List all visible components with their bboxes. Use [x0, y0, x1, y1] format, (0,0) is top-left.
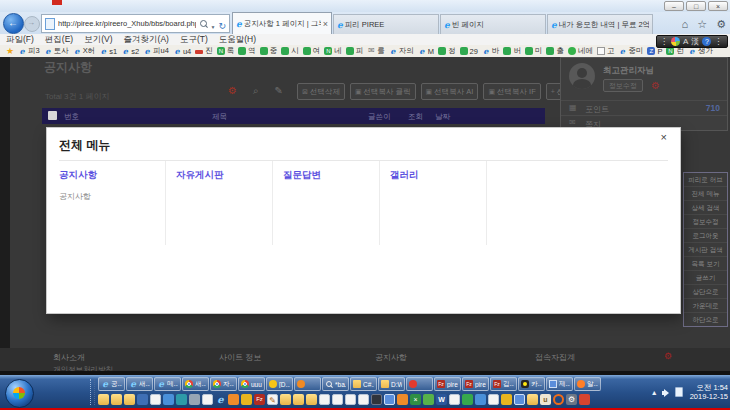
taskbar-button[interactable]: C#... [350, 377, 377, 391]
url-text[interactable]: http://piree.kr/pireero_Xhub/bbs/board.p… [58, 19, 196, 28]
taskbar-button[interactable]: e공... [98, 377, 125, 391]
favorite-item[interactable]: 29 [460, 47, 478, 56]
red-quick-icon[interactable] [579, 394, 590, 405]
menubar-item[interactable]: 파일(F) [6, 34, 34, 46]
hanja-icon[interactable]: 漢 [691, 36, 699, 47]
win-quick-icon[interactable] [514, 394, 525, 405]
u-quick-icon[interactable]: u [540, 394, 551, 405]
favorite-item[interactable]: e중미 [618, 46, 643, 56]
favorite-item[interactable]: 미 [525, 46, 543, 56]
modal-close-icon[interactable]: × [655, 130, 673, 144]
folder-open-quick-icon[interactable] [98, 394, 109, 405]
doc-quick-icon[interactable] [319, 394, 330, 405]
doc-quick-icon[interactable] [332, 394, 343, 405]
favorite-item[interactable]: es1 [99, 47, 117, 56]
favorite-item[interactable]: 고 [597, 46, 615, 56]
blue-quick-icon[interactable] [475, 394, 486, 405]
favorite-item[interactable]: 여 [303, 46, 321, 56]
menubar-item[interactable]: 즐겨찾기(A) [124, 34, 169, 46]
taskbar-button[interactable]: 새... [182, 377, 209, 391]
ime-language-bar[interactable]: ⋮A漢?⋮ [656, 35, 728, 48]
greenx-quick-icon[interactable]: × [410, 394, 421, 405]
edit-info-button[interactable]: 정보수정 [603, 79, 643, 92]
doc-quick-icon[interactable] [358, 394, 369, 405]
favorite-item[interactable]: 진 [195, 46, 213, 56]
gear-quick-icon[interactable]: ⚙ [566, 394, 577, 405]
menubar-item[interactable]: 보기(V) [84, 34, 112, 46]
show-hidden-icons-arrow[interactable]: ▲ [651, 389, 658, 396]
taskbar-button[interactable]: 제... [546, 377, 573, 391]
settings-gear-icon[interactable] [716, 17, 726, 31]
favorite-item[interactable]: 중 [260, 46, 278, 56]
quick-menu-item[interactable]: 정보수정 [684, 215, 727, 229]
minimize-button[interactable]: – [664, 1, 684, 11]
footer-link[interactable]: 공지사항 [375, 352, 407, 363]
teal-quick-icon[interactable] [176, 394, 187, 405]
puzzle-quick-icon[interactable] [423, 394, 434, 405]
gold-quick-icon[interactable] [241, 394, 252, 405]
folder-quick-icon[interactable] [280, 394, 291, 405]
quick-menu-item[interactable]: 글쓰기 [684, 271, 727, 285]
orange-quick-icon[interactable] [397, 394, 408, 405]
favorite-item[interactable]: 버 [503, 46, 521, 56]
doc-quick-icon[interactable] [345, 394, 356, 405]
taskbar-button[interactable]: *ba... [322, 377, 349, 391]
help-icon[interactable]: ? [702, 37, 711, 46]
folder-quick-icon[interactable] [306, 394, 317, 405]
quick-menu-item[interactable]: 목록 보기 [684, 257, 727, 271]
doc-quick-icon[interactable] [150, 394, 161, 405]
taskbar-button[interactable] [406, 377, 433, 391]
favorite-item[interactable]: es2 [121, 47, 139, 56]
quick-menu-item[interactable]: 피리로 허브 [684, 173, 727, 187]
taskbar-button[interactable]: Fzpire... [462, 377, 489, 391]
menubar-item[interactable]: 도움말(H) [219, 34, 256, 46]
footer-admin-icon[interactable]: ⚙ [664, 351, 672, 361]
refresh-icon[interactable] [218, 15, 226, 33]
folder-quick-icon[interactable] [111, 394, 122, 405]
browser-tab[interactable]: e피리 PIREE [333, 14, 439, 34]
folder-quick-icon[interactable] [293, 394, 304, 405]
menu-column-title[interactable]: 질문답변 [283, 169, 379, 182]
profile-gear-icon[interactable]: ⚙ [651, 80, 660, 91]
favorite-item[interactable]: 네메 [568, 46, 593, 56]
folder-quick-icon[interactable] [124, 394, 135, 405]
quick-menu-item[interactable]: 상단으로 [684, 285, 727, 299]
taskbar-button[interactable]: D:W... [378, 377, 405, 391]
favorite-item[interactable]: eX허 [73, 46, 96, 56]
favorite-item[interactable]: e바 [482, 46, 500, 56]
favorite-item[interactable]: ✉를 [367, 46, 385, 56]
forward-button[interactable] [24, 16, 40, 32]
pencil-quick-icon[interactable]: ✎ [267, 394, 278, 405]
favorite-item[interactable]: e피u4 [143, 46, 169, 56]
options-icon[interactable]: ⋮ [714, 36, 722, 47]
browser-tab[interactable]: e내가 응모한 내역 | 무료 2억이... [547, 14, 653, 34]
favorite-item[interactable]: 역 [238, 46, 256, 56]
english-mode-icon[interactable]: A [683, 36, 688, 47]
word-quick-icon[interactable]: W [436, 394, 447, 405]
quick-menu-item[interactable]: 상세 검색 [684, 201, 727, 215]
favorite-item[interactable]: eu4 [173, 47, 191, 56]
quick-menu-item[interactable]: 전체 메뉴 [684, 187, 727, 201]
orangering-quick-icon[interactable] [553, 394, 564, 405]
browser-tab[interactable]: e공지사항 1 페이지 | 그누보...× [232, 12, 332, 34]
favorite-item[interactable]: 피 [346, 46, 364, 56]
favorite-item[interactable]: N록 [217, 46, 235, 56]
back-button[interactable] [3, 13, 24, 34]
close-button[interactable]: × [708, 1, 728, 11]
quick-menu-item[interactable]: 가운데로 [684, 299, 727, 313]
profile-row[interactable]: ▦포인트710 [561, 100, 727, 115]
quick-menu-item[interactable]: 하단으로 [684, 313, 727, 326]
menu-column-title[interactable]: 자유게시판 [176, 169, 272, 182]
action-center-icon[interactable] [675, 387, 683, 397]
viewer-quick-icon[interactable] [137, 394, 148, 405]
start-button[interactable] [5, 379, 34, 408]
taskbar-button[interactable]: 카... [518, 377, 545, 391]
taskbar-button[interactable] [294, 377, 321, 391]
admin-button[interactable]: ⊠선택삭제 [297, 83, 345, 100]
board-search-icon[interactable]: ⌕ [253, 85, 259, 97]
browser-tab[interactable]: e빈 페이지 [440, 14, 546, 34]
favorite-item[interactable]: N네 [324, 46, 342, 56]
favorite-item[interactable]: e자의 [389, 46, 414, 56]
quick-menu-item[interactable]: 게시판 검색 [684, 243, 727, 257]
taskbar-button[interactable]: Fz김... [490, 377, 517, 391]
